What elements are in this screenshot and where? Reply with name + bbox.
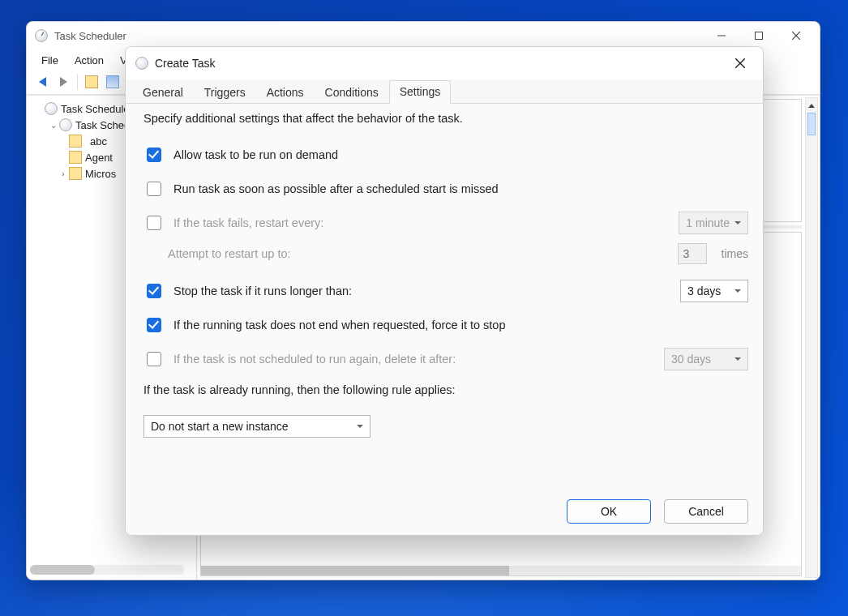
- minimize-button[interactable]: [703, 24, 740, 48]
- close-button[interactable]: [777, 24, 815, 48]
- label-already-running: If the task is already running, then the…: [143, 383, 748, 396]
- folder-icon: [69, 135, 82, 148]
- dialog-title: Create Task: [155, 57, 215, 70]
- forward-button[interactable]: [54, 73, 72, 91]
- label-force-stop: If the running task does not end when re…: [173, 319, 748, 332]
- settings-tab-content: Specify additional settings that affect …: [126, 104, 763, 491]
- checkbox-allow-demand[interactable]: [147, 148, 161, 162]
- expander-icon[interactable]: ›: [58, 169, 69, 178]
- row-restart-fail: If the task fails, restart every: 1 minu…: [143, 211, 748, 235]
- label-attempt-restart: Attempt to restart up to:: [168, 247, 668, 260]
- scrollbar-thumb[interactable]: [807, 113, 816, 135]
- combo-delete-after[interactable]: 30 days: [664, 348, 748, 370]
- clock-icon: [59, 118, 72, 131]
- checkbox-delete-after[interactable]: [147, 352, 161, 366]
- checkbox-run-missed[interactable]: [147, 182, 161, 196]
- tab-conditions[interactable]: Conditions: [315, 81, 389, 104]
- row-run-missed: Run task as soon as possible after a sch…: [143, 177, 748, 201]
- combo-restart-interval[interactable]: 1 minute: [679, 212, 748, 234]
- main-titlebar: Task Scheduler: [27, 22, 820, 49]
- dialog-titlebar: Create Task: [126, 47, 763, 79]
- dialog-tabstrip: General Triggers Actions Conditions Sett…: [126, 79, 763, 104]
- label-delete-after: If the task is not scheduled to run agai…: [173, 353, 654, 366]
- tab-actions[interactable]: Actions: [256, 81, 315, 104]
- label-allow-demand: Allow task to be run on demand: [173, 148, 748, 161]
- checkbox-restart-fail[interactable]: [147, 216, 161, 230]
- row-allow-demand: Allow task to be run on demand: [143, 143, 748, 167]
- combo-running-rule[interactable]: Do not start a new instance: [143, 415, 370, 438]
- clock-icon: [45, 102, 58, 115]
- content-vertical-scrollbar[interactable]: [805, 97, 818, 578]
- row-attempt-restart: Attempt to restart up to: 3 times: [143, 242, 748, 266]
- checkbox-force-stop[interactable]: [147, 318, 161, 332]
- label-times: times: [722, 247, 748, 260]
- tab-settings[interactable]: Settings: [389, 80, 452, 104]
- ok-button[interactable]: OK: [567, 499, 651, 524]
- expander-icon[interactable]: ⌄: [48, 121, 59, 130]
- settings-description: Specify additional settings that affect …: [143, 112, 748, 125]
- tree-folder-abc-label: abc: [85, 135, 112, 148]
- cancel-button[interactable]: Cancel: [664, 499, 748, 524]
- combo-stop-long[interactable]: 3 days: [680, 280, 748, 302]
- row-force-stop: If the running task does not end when re…: [143, 313, 748, 337]
- maximize-button[interactable]: [740, 24, 777, 48]
- dialog-button-bar: OK Cancel: [126, 491, 763, 535]
- label-stop-long: Stop the task if it runs longer than:: [173, 284, 670, 297]
- row-already-running: If the task is already running, then the…: [143, 378, 748, 402]
- folder-icon: [69, 167, 82, 180]
- main-window-title: Task Scheduler: [54, 30, 126, 42]
- tree-folder-agent-label: Agent: [85, 152, 113, 164]
- create-task-dialog: Create Task General Triggers Actions Con…: [125, 46, 764, 536]
- input-attempt-count[interactable]: 3: [678, 243, 707, 264]
- clock-icon: [135, 57, 148, 70]
- menu-action[interactable]: Action: [68, 53, 110, 68]
- row-stop-long: Stop the task if it runs longer than: 3 …: [143, 279, 748, 303]
- toolbar-button-1[interactable]: [83, 73, 101, 91]
- task-scheduler-icon: [35, 29, 48, 42]
- tree-root-label: Task Scheduler: [61, 103, 133, 115]
- tree-folder-microsoft-label: Micros: [85, 168, 116, 180]
- scroll-up-icon: [808, 104, 815, 108]
- tab-triggers[interactable]: Triggers: [194, 81, 256, 104]
- dialog-close-button[interactable]: [724, 50, 756, 76]
- checkbox-stop-long[interactable]: [147, 284, 161, 298]
- tree-horizontal-scrollbar[interactable]: [30, 565, 184, 575]
- svg-rect-1: [756, 32, 763, 40]
- toolbar-button-2[interactable]: [104, 73, 122, 91]
- details-horizontal-scrollbar[interactable]: [201, 566, 801, 575]
- label-restart-fail: If the task fails, restart every:: [173, 216, 669, 229]
- row-delete-after: If the task is not scheduled to run agai…: [143, 347, 748, 371]
- menu-file[interactable]: File: [35, 53, 65, 68]
- tab-general[interactable]: General: [132, 81, 194, 104]
- label-run-missed: Run task as soon as possible after a sch…: [173, 182, 748, 195]
- folder-icon: [69, 151, 82, 164]
- back-button[interactable]: [33, 73, 51, 91]
